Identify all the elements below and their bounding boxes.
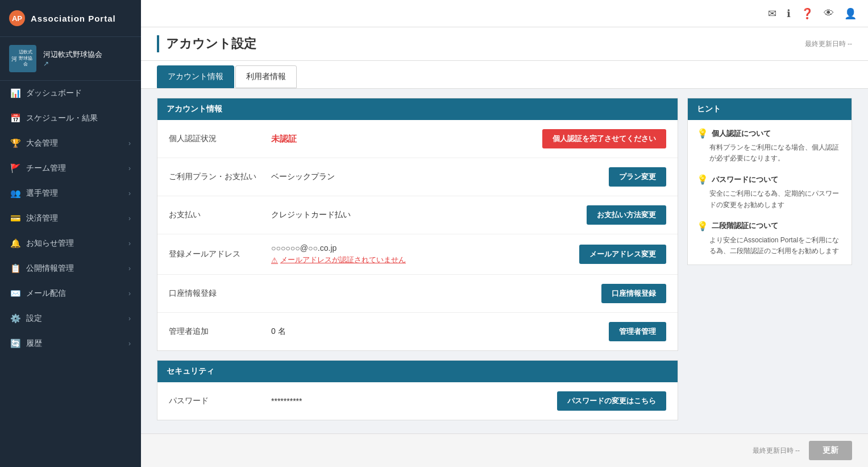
- payment-action: お支払い方法変更: [587, 205, 666, 225]
- hint-title-text: パスワードについて: [712, 175, 778, 185]
- email-action: メールアドレス変更: [579, 245, 666, 264]
- bulb-icon: 💡: [697, 128, 708, 139]
- hint-panel: ヒント 💡 個人認証について 有料プランをご利用になる場合、個人認証が必ず必要に…: [687, 98, 852, 429]
- org-section[interactable]: 河辺軟式野球協会 河辺軟式野球協会 ↗: [0, 37, 141, 81]
- sidebar-item-mail[interactable]: ✉️ メール配信 ›: [0, 281, 141, 306]
- row-label-password: パスワード: [169, 396, 271, 406]
- chevron-right-icon: ›: [128, 239, 131, 247]
- table-row: お支払い クレジットカード払い お支払い方法変更: [157, 196, 678, 234]
- identity-status-value: 未認証: [271, 134, 542, 144]
- password-action: パスワードの変更はこちら: [557, 391, 666, 411]
- page-footer: 最終更新日時 -- 更新: [141, 433, 868, 467]
- history-icon: 🔄: [10, 338, 20, 349]
- email-alert[interactable]: ⚠ メールアドレスが認証されていません: [271, 255, 579, 265]
- logo-icon: AP: [9, 10, 25, 26]
- hint-title-text: 個人認証について: [712, 129, 771, 139]
- tab-user-info[interactable]: 利用者情報: [235, 65, 297, 88]
- org-link[interactable]: ↗: [43, 60, 102, 68]
- top-header: ✉ ℹ ❓ 👁 👤: [141, 0, 868, 27]
- bank-register-button[interactable]: 口座情報登録: [601, 284, 666, 303]
- sidebar-item-payment[interactable]: 💳 決済管理 ›: [0, 206, 141, 231]
- row-label-admin: 管理者追加: [169, 327, 271, 337]
- app-title: Association Portal: [31, 14, 116, 23]
- table-row: 口座情報登録 口座情報登録: [157, 275, 678, 313]
- hint-title-identity: 💡 個人認証について: [697, 128, 842, 139]
- sidebar-item-history[interactable]: 🔄 履歴 ›: [0, 331, 141, 356]
- chevron-right-icon: ›: [128, 265, 131, 272]
- chevron-right-icon: ›: [128, 290, 131, 297]
- hint-container: ヒント 💡 個人認証について 有料プランをご利用になる場合、個人認証が必ず必要に…: [687, 98, 852, 265]
- mail-header-icon[interactable]: ✉: [768, 7, 776, 20]
- plan-change-button[interactable]: プラン変更: [609, 167, 666, 187]
- alert-circle-icon: ⚠: [271, 256, 278, 265]
- admin-value: 0 名: [271, 327, 609, 337]
- sidebar-item-label: スケジュール・結果: [26, 113, 98, 123]
- payment-value: クレジットカード払い: [271, 210, 587, 220]
- mail-icon: ✉️: [10, 288, 20, 299]
- identity-verify-button[interactable]: 個人認証を完了させてください: [542, 129, 666, 148]
- sidebar-nav: 📊 ダッシュボード 📅 スケジュール・結果 🏆 大会管理 › 🚩 チーム管理 ›: [0, 81, 141, 467]
- identity-action: 個人認証を完了させてください: [542, 129, 666, 148]
- dashboard-icon: 📊: [10, 88, 20, 98]
- table-row: ご利用プラン・お支払い ベーシックプラン プラン変更: [157, 158, 678, 196]
- sidebar-item-label: チーム管理: [26, 163, 66, 173]
- password-change-button[interactable]: パスワードの変更はこちら: [557, 391, 666, 411]
- sidebar-item-player[interactable]: 👥 選手管理 ›: [0, 181, 141, 206]
- tab-account-info[interactable]: アカウント情報: [157, 65, 234, 88]
- sidebar-item-label: 設定: [26, 313, 42, 324]
- update-button[interactable]: 更新: [809, 441, 852, 460]
- sidebar-item-label: 履歴: [26, 338, 42, 349]
- payment-change-button[interactable]: お支払い方法変更: [587, 205, 666, 225]
- security-section: セキュリティ パスワード ********** パスワードの変更はこちら: [157, 360, 678, 420]
- security-section-header: セキュリティ: [157, 361, 678, 382]
- email-change-button[interactable]: メールアドレス変更: [579, 245, 666, 264]
- hint-text-identity: 有料プランをご利用になる場合、個人認証が必ず必要になります。: [697, 142, 842, 164]
- table-row: 個人認証状況 未認証 個人認証を完了させてください: [157, 120, 678, 158]
- hint-title-text: 二段階認証について: [712, 221, 778, 231]
- sidebar-item-label: ダッシュボード: [26, 88, 82, 98]
- left-panel: アカウント情報 個人認証状況 未認証 個人認証を完了させてください: [157, 98, 678, 429]
- admin-manage-button[interactable]: 管理者管理: [609, 322, 666, 341]
- user-header-icon[interactable]: 👤: [844, 7, 857, 20]
- org-name: 河辺軟式野球協会: [43, 49, 102, 60]
- org-info: 河辺軟式野球協会 ↗: [43, 49, 102, 68]
- admin-action: 管理者管理: [609, 322, 666, 341]
- page-title: アカウント設定: [157, 35, 256, 52]
- hint-text-password: 安全にご利用になる為、定期的にパスワードの変更をお勧めします: [697, 188, 842, 210]
- security-section-body: パスワード ********** パスワードの変更はこちら: [157, 382, 678, 420]
- hint-title-2fa: 💡 二段階認証について: [697, 221, 842, 232]
- account-info-section: アカウント情報 個人認証状況 未認証 個人認証を完了させてください: [157, 98, 678, 351]
- chevron-right-icon: ›: [128, 164, 131, 172]
- schedule-icon: 📅: [10, 113, 20, 123]
- main-content: アカウント情報 個人認証状況 未認証 個人認証を完了させてください: [141, 89, 868, 433]
- sidebar-item-dashboard[interactable]: 📊 ダッシュボード: [0, 81, 141, 106]
- row-label-bank: 口座情報登録: [169, 288, 271, 299]
- sidebar-item-team[interactable]: 🚩 チーム管理 ›: [0, 156, 141, 181]
- help-header-icon[interactable]: ❓: [801, 7, 813, 20]
- info-header-icon[interactable]: ℹ: [787, 7, 791, 20]
- row-label-plan: ご利用プラン・お支払い: [169, 172, 271, 182]
- tournament-icon: 🏆: [10, 138, 20, 148]
- sidebar-item-schedule[interactable]: 📅 スケジュール・結果: [0, 106, 141, 131]
- email-alert-text: メールアドレスが認証されていません: [280, 255, 406, 265]
- account-section-header: アカウント情報: [157, 98, 678, 120]
- bank-action: 口座情報登録: [601, 284, 666, 303]
- row-label-email: 登録メールアドレス: [169, 249, 271, 259]
- sidebar-item-label: 大会管理: [26, 138, 58, 148]
- team-icon: 🚩: [10, 163, 20, 173]
- sidebar-item-public[interactable]: 📋 公開情報管理 ›: [0, 256, 141, 281]
- sidebar-item-notice[interactable]: 🔔 お知らせ管理 ›: [0, 231, 141, 256]
- eye-header-icon[interactable]: 👁: [824, 7, 834, 19]
- hint-text-2fa: より安全にAssociation Portalをご利用になる為、二段階認証のご利…: [697, 235, 842, 257]
- sidebar-item-settings[interactable]: ⚙️ 設定 ›: [0, 306, 141, 331]
- email-value: ○○○○○○@○○.co.jp ⚠ メールアドレスが認証されていません: [271, 243, 579, 265]
- hint-item-2fa: 💡 二段階認証について より安全にAssociation Portalをご利用に…: [697, 221, 842, 257]
- content-area: アカウント設定 最終更新日時 -- アカウント情報 利用者情報 アカウント情報 …: [141, 27, 868, 433]
- bulb-icon: 💡: [697, 221, 708, 232]
- sidebar-logo[interactable]: AP Association Portal: [0, 0, 141, 37]
- plan-action: プラン変更: [609, 167, 666, 187]
- sidebar-item-tournament[interactable]: 🏆 大会管理 ›: [0, 131, 141, 156]
- password-value: **********: [271, 396, 557, 406]
- plan-value: ベーシックプラン: [271, 172, 609, 182]
- table-row: 管理者追加 0 名 管理者管理: [157, 313, 678, 350]
